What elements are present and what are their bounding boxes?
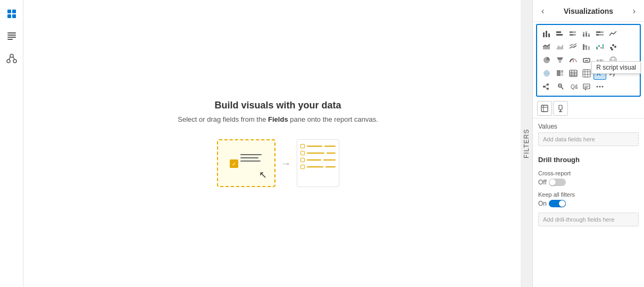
svg-rect-49 bbox=[585, 60, 588, 61]
svg-point-9 bbox=[7, 60, 10, 63]
svg-point-74 bbox=[547, 83, 549, 86]
visualizations-panel: ‹ Visualizations › bbox=[532, 0, 644, 287]
svg-point-86 bbox=[597, 86, 598, 88]
narrative-icon[interactable] bbox=[580, 80, 593, 93]
illus-line-3 bbox=[240, 161, 261, 162]
illus-line-1 bbox=[240, 154, 262, 155]
model-view-icon[interactable] bbox=[2, 49, 21, 68]
svg-rect-14 bbox=[546, 31, 547, 37]
main-canvas: Build visuals with your data Select or d… bbox=[23, 0, 532, 287]
svg-rect-31 bbox=[596, 34, 599, 36]
keep-filters-track[interactable] bbox=[549, 200, 566, 207]
100pct-bar-icon[interactable] bbox=[593, 27, 606, 40]
line-stacked-icon[interactable] bbox=[567, 40, 580, 53]
filters-panel[interactable]: Filters bbox=[521, 0, 532, 287]
illus-row-line-1b bbox=[324, 146, 336, 147]
illus-dot-1 bbox=[300, 144, 305, 148]
illus-line-2 bbox=[240, 157, 258, 158]
canvas-illustration: ✓ ↖ → bbox=[217, 139, 339, 187]
svg-rect-26 bbox=[588, 35, 590, 37]
svg-marker-33 bbox=[556, 44, 563, 49]
values-drop-zone[interactable]: Add data fields here bbox=[538, 132, 639, 146]
svg-point-87 bbox=[599, 86, 601, 88]
data-view-icon[interactable] bbox=[2, 27, 21, 46]
pie-chart-icon[interactable] bbox=[540, 54, 553, 66]
funnel-chart-icon[interactable] bbox=[554, 54, 566, 66]
svg-point-73 bbox=[543, 86, 545, 88]
svg-marker-46 bbox=[558, 61, 562, 63]
page-subtitle: Select or drag fields from the Fields pa… bbox=[178, 115, 378, 123]
subtitle-bold: Fields bbox=[268, 115, 288, 123]
svg-rect-92 bbox=[559, 105, 562, 109]
area-chart-icon[interactable] bbox=[540, 40, 553, 53]
illus-arrow-icon: → bbox=[281, 157, 291, 170]
keep-filters-thumb bbox=[559, 200, 565, 207]
svg-rect-17 bbox=[556, 34, 563, 36]
keep-filters-toggle[interactable]: On bbox=[538, 200, 566, 207]
svg-rect-89 bbox=[541, 105, 548, 112]
keep-filters-label: Keep all filters bbox=[538, 191, 639, 198]
svg-rect-35 bbox=[586, 45, 587, 50]
line-chart-icon[interactable] bbox=[607, 27, 620, 40]
svg-rect-15 bbox=[548, 33, 550, 37]
decomp-tree-icon[interactable] bbox=[540, 80, 553, 93]
panel-prev-arrow[interactable]: ‹ bbox=[539, 5, 546, 17]
r-script-tooltip: R script visual bbox=[591, 61, 641, 74]
illus-list-box bbox=[297, 139, 339, 187]
svg-line-11 bbox=[9, 57, 10, 60]
ribbon-chart-icon[interactable] bbox=[580, 40, 593, 53]
illus-row-line-4b bbox=[325, 166, 336, 167]
more-visuals-icon[interactable] bbox=[593, 80, 606, 93]
values-section: Values Add data fields here bbox=[533, 119, 644, 154]
column-chart-icon[interactable] bbox=[554, 27, 566, 40]
qna-icon[interactable]: Q&A bbox=[567, 80, 580, 93]
filters-label[interactable]: Filters bbox=[521, 0, 533, 287]
table-icon[interactable] bbox=[567, 67, 580, 80]
scatter-chart-icon[interactable] bbox=[607, 40, 620, 53]
gauge-icon[interactable] bbox=[567, 54, 580, 66]
svg-point-88 bbox=[602, 86, 604, 88]
svg-rect-19 bbox=[572, 31, 576, 33]
waterfall-icon[interactable] bbox=[593, 40, 606, 53]
cross-report-toggle[interactable]: Off bbox=[538, 179, 566, 186]
illus-row-line-2 bbox=[307, 153, 324, 154]
svg-rect-13 bbox=[543, 32, 545, 37]
filled-map-icon[interactable] bbox=[540, 67, 553, 80]
svg-rect-36 bbox=[588, 46, 590, 50]
svg-point-79 bbox=[559, 85, 561, 86]
illus-dot-3 bbox=[300, 158, 305, 162]
svg-point-43 bbox=[614, 46, 616, 48]
fields-icon[interactable] bbox=[537, 101, 552, 116]
panel-next-arrow[interactable]: › bbox=[631, 5, 638, 17]
report-view-icon[interactable] bbox=[2, 4, 21, 23]
format-icon[interactable] bbox=[553, 101, 568, 116]
illus-dot-2 bbox=[300, 151, 305, 155]
key-influencers-icon[interactable] bbox=[554, 80, 566, 93]
illus-cursor-icon: ↖ bbox=[259, 169, 267, 181]
treemap-icon[interactable] bbox=[554, 67, 566, 80]
svg-point-44 bbox=[611, 48, 613, 50]
drill-through-heading: Drill through bbox=[533, 154, 644, 166]
stacked-column-icon[interactable] bbox=[580, 27, 593, 40]
svg-rect-4 bbox=[7, 32, 16, 33]
illus-row-line-2b bbox=[327, 153, 336, 154]
svg-rect-29 bbox=[596, 31, 600, 33]
illus-row-3 bbox=[300, 158, 336, 162]
bar-chart-icon[interactable] bbox=[540, 27, 553, 40]
stacked-bar-icon[interactable] bbox=[567, 27, 580, 40]
svg-rect-0 bbox=[7, 10, 11, 13]
svg-rect-57 bbox=[557, 70, 561, 76]
drill-through-drop-zone[interactable]: Add drill-through fields here bbox=[538, 213, 639, 226]
cross-report-thumb bbox=[549, 179, 556, 185]
svg-line-76 bbox=[545, 85, 547, 87]
illus-dot-4 bbox=[300, 165, 305, 169]
svg-rect-18 bbox=[570, 31, 572, 33]
viz-icons-grid: KPI R Py bbox=[536, 24, 641, 97]
illus-row-1 bbox=[300, 144, 336, 148]
cross-report-track[interactable] bbox=[549, 179, 566, 186]
svg-text:Q&A: Q&A bbox=[571, 84, 578, 90]
mountain-chart-icon[interactable] bbox=[554, 40, 566, 53]
svg-line-12 bbox=[13, 57, 14, 60]
page-title: Build visuals with your data bbox=[214, 100, 341, 111]
svg-rect-22 bbox=[583, 34, 584, 37]
